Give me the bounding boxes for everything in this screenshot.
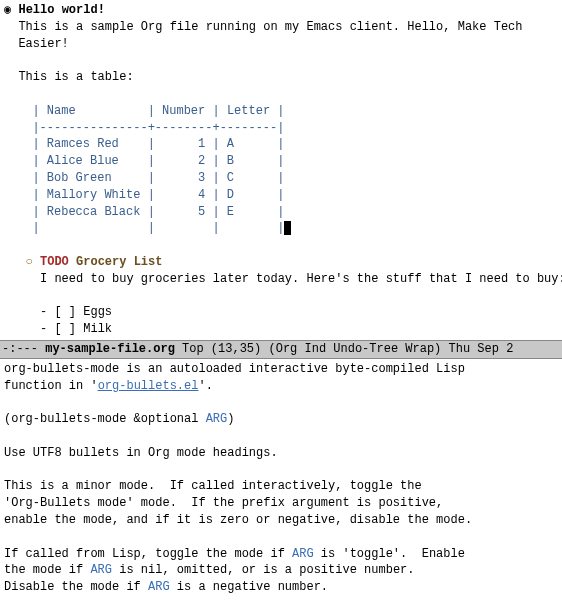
table-row: | Bob Green | 3 | C | [32, 171, 284, 185]
table-row-empty: | | | | [32, 221, 284, 235]
list-item: Eggs [83, 305, 112, 319]
help-line: If called from Lisp, toggle the mode if … [4, 547, 465, 561]
help-line: 'Org-Bullets mode' mode. If the prefix a… [4, 496, 443, 510]
arg-name: ARG [90, 563, 112, 577]
modeline-linecol: (13,35) [211, 342, 261, 356]
arg-name: ARG [206, 412, 228, 426]
org-heading-1: Hello world! [18, 3, 104, 17]
buffer-name[interactable]: my-sample-file.org [45, 342, 175, 356]
help-line: Disable the mode if ARG is a negative nu… [4, 580, 328, 594]
modeline-modes[interactable]: (Org Ind Undo-Tree Wrap) [268, 342, 441, 356]
arg-name: ARG [148, 580, 170, 594]
checkbox-icon[interactable]: [ ] [54, 322, 76, 336]
table-header: | Name | Number | Letter | [32, 104, 284, 118]
todo-keyword: TODO [40, 255, 69, 269]
table-row: | Alice Blue | 2 | B | [32, 154, 284, 168]
checkbox-icon[interactable]: [ ] [54, 305, 76, 319]
org-buffer[interactable]: ◉ Hello world! This is a sample Org file… [0, 0, 562, 340]
help-line: function in 'org-bullets.el'. [4, 379, 213, 393]
org-body-line: I need to buy groceries later today. Her… [40, 272, 562, 286]
help-line: enable the mode, and if it is zero or ne… [4, 513, 472, 527]
list-item: Milk [83, 322, 112, 336]
link-org-bullets-el[interactable]: org-bullets.el [98, 379, 199, 393]
table-row: | Rebecca Black | 5 | E | [32, 205, 284, 219]
modeline-status: -:--- [2, 342, 38, 356]
bullet-level1-icon: ◉ [4, 3, 11, 17]
help-buffer[interactable]: org-bullets-mode is an autoloaded intera… [0, 359, 562, 607]
help-signature: (org-bullets-mode &optional ARG) [4, 412, 234, 426]
help-content: org-bullets-mode is an autoloaded intera… [4, 361, 558, 607]
help-line: This is a minor mode. If called interact… [4, 479, 422, 493]
bullet-level2-icon: ○ [26, 255, 33, 269]
org-body-line: Easier! [18, 37, 68, 51]
table-separator: |---------------+--------+--------| [32, 121, 284, 135]
table-row: | Mallory White | 4 | D | [32, 188, 284, 202]
help-line: the mode if ARG is nil, omitted, or is a… [4, 563, 414, 577]
org-content: ◉ Hello world! This is a sample Org file… [4, 2, 558, 338]
arg-name: ARG [292, 547, 314, 561]
help-line: org-bullets-mode is an autoloaded intera… [4, 362, 465, 376]
table-row: | Ramces Red | 1 | A | [32, 137, 284, 151]
org-body-line: This is a table: [18, 70, 133, 84]
text-cursor [284, 221, 291, 235]
org-body-line: This is a sample Org file running on my … [18, 20, 522, 34]
modeline-date: Thu Sep 2 [449, 342, 514, 356]
modeline-org[interactable]: -:--- my-sample-file.org Top (13,35) (Or… [0, 340, 562, 359]
help-line: Use UTF8 bullets in Org mode headings. [4, 446, 278, 460]
modeline-position: Top [182, 342, 204, 356]
org-heading-2: Grocery List [76, 255, 162, 269]
